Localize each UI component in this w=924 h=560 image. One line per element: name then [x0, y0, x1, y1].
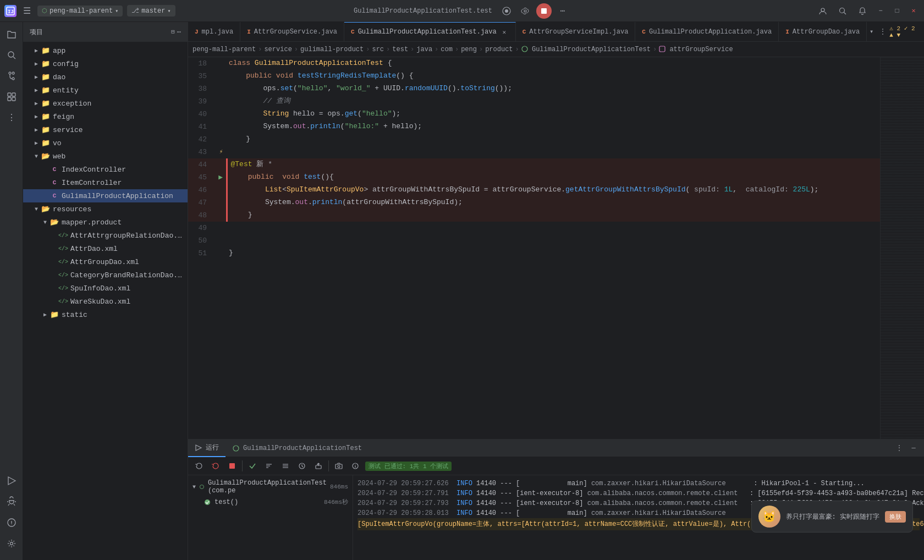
- breadcrumb-java[interactable]: java: [416, 46, 432, 53]
- breadcrumb-src[interactable]: src: [372, 46, 384, 53]
- breadcrumb-attr-group-service[interactable]: attrGroupService: [659, 46, 733, 53]
- arrow-icon: ▶: [32, 112, 41, 121]
- sidebar-item-app[interactable]: ▶ 📁 app: [23, 44, 188, 57]
- more-btn[interactable]: ⋯: [555, 3, 570, 19]
- activity-icon-folder[interactable]: [2, 24, 21, 44]
- clock-btn[interactable]: [295, 459, 309, 473]
- svg-rect-15: [12, 93, 15, 96]
- sidebar-item-web[interactable]: ▼ 📂 web: [23, 150, 188, 163]
- hamburger-menu[interactable]: ☰: [21, 3, 33, 19]
- tab-mpl-java[interactable]: J mpl.java: [188, 22, 240, 42]
- tab-split-btn[interactable]: ⋮: [878, 26, 888, 38]
- copilot-btn[interactable]: [499, 3, 514, 19]
- breadcrumb-sep: ›: [366, 46, 370, 53]
- activity-icon-more[interactable]: ⋮: [2, 108, 21, 128]
- sidebar-item-dao[interactable]: ▶ 📁 dao: [23, 70, 188, 84]
- sidebar-item-mapper-product[interactable]: ▼ 📂 mapper.product: [23, 216, 188, 229]
- folder-icon: 📁: [41, 98, 51, 108]
- bottom-action-more[interactable]: ⋮: [893, 442, 905, 454]
- rerun-failed-btn[interactable]: [209, 459, 222, 473]
- tab-attr-group-service[interactable]: I AttrGroupService.java: [240, 22, 344, 42]
- activity-icon-debug[interactable]: [2, 492, 21, 512]
- bottom-tab-run[interactable]: 运行: [188, 440, 226, 457]
- breadcrumb-com[interactable]: com: [441, 46, 453, 53]
- activity-bar-bottom: [2, 471, 21, 558]
- sidebar-item-category-brand-relation-dao[interactable]: ▶ </> CategoryBrandRelationDao.xml: [23, 268, 188, 282]
- settings-btn[interactable]: [518, 3, 533, 19]
- project-selector[interactable]: ⬡ peng-mall-parent ▾: [37, 6, 123, 17]
- breadcrumb-gulimall-product[interactable]: gulimall-product: [300, 46, 364, 53]
- breadcrumb-gulimall-test-class[interactable]: GulimallProductApplicationTest: [521, 46, 651, 53]
- sidebar-item-feign[interactable]: ▶ 📁 feign: [23, 110, 188, 123]
- sidebar-item-ware-sku-dao[interactable]: ▶ </> WareSkuDao.xml: [23, 295, 188, 308]
- sort-btn[interactable]: [262, 459, 276, 473]
- stop-btn[interactable]: [536, 3, 552, 19]
- sort2-btn[interactable]: [279, 459, 292, 473]
- close-btn[interactable]: ✕: [908, 5, 920, 17]
- svg-point-3: [505, 9, 508, 13]
- test-root-item[interactable]: ▼ GulimallProductApplicationTest (com.pe…: [188, 477, 353, 496]
- bottom-tab-test-label[interactable]: GulimallProductApplicationTest: [226, 440, 369, 457]
- sidebar-item-index-controller[interactable]: ▶ C IndexController: [23, 163, 188, 176]
- item-label: resources: [53, 205, 91, 213]
- java-file-icon: C: [50, 164, 59, 174]
- info-btn[interactable]: [349, 459, 362, 473]
- line-gutter: ⚡: [216, 146, 227, 158]
- sidebar-item-config[interactable]: ▶ 📁 config: [23, 57, 188, 70]
- branch-selector[interactable]: ⎇ master ▾: [127, 5, 175, 17]
- breadcrumb-product[interactable]: product: [485, 46, 513, 53]
- stop-test-btn[interactable]: [226, 459, 239, 473]
- tab-gulimall-product-app[interactable]: C GulimallProductApplication.java: [635, 22, 779, 42]
- xml-file-icon: </>: [58, 257, 68, 267]
- test-method-item[interactable]: test() 846ms秒: [188, 496, 353, 508]
- tab-list-btn[interactable]: ▾: [867, 26, 876, 38]
- activity-icon-search[interactable]: [2, 45, 21, 65]
- activity-icon-settings2[interactable]: [2, 534, 21, 553]
- sidebar-item-gulimall-product-app[interactable]: ▶ C GulimallProductApplication: [23, 189, 188, 202]
- breadcrumb-peng[interactable]: peng: [461, 46, 477, 53]
- minimize-btn[interactable]: −: [875, 5, 887, 17]
- sidebar-more-btn[interactable]: ⋯: [177, 28, 181, 36]
- activity-icon-run[interactable]: [2, 471, 21, 491]
- sidebar-item-vo[interactable]: ▶ 📁 vo: [23, 136, 188, 150]
- activity-icon-notifications2[interactable]: [2, 513, 21, 532]
- sidebar-item-exception[interactable]: ▶ 📁 exception: [23, 97, 188, 110]
- ad-change-skin-btn[interactable]: 换肤: [885, 511, 906, 523]
- rerun-btn[interactable]: [193, 459, 206, 473]
- sidebar-item-spu-info-dao[interactable]: ▶ </> SpuInfoDao.xml: [23, 282, 188, 295]
- tab-close-btn[interactable]: ✕: [500, 28, 509, 36]
- code-editor[interactable]: 18 class GulimallProductApplicationTest …: [188, 57, 880, 439]
- activity-icon-extensions[interactable]: [2, 87, 21, 107]
- folder-open-icon: 📂: [41, 204, 51, 214]
- user-btn[interactable]: [815, 3, 831, 19]
- search-btn[interactable]: [835, 3, 850, 19]
- arrow-icon: ▶: [32, 73, 41, 81]
- sidebar-item-attrattrgroup-relation-dao[interactable]: ▶ </> AttrAttrgroupRelationDao.xml: [23, 229, 188, 242]
- sidebar-item-static[interactable]: ▶ 📁 static: [23, 308, 188, 321]
- bottom-action-minimize[interactable]: ─: [908, 442, 920, 454]
- tab-attr-group-dao[interactable]: I AttrGroupDao.java: [779, 22, 867, 42]
- notifications-btn[interactable]: [855, 3, 870, 19]
- xml-file-icon: </>: [58, 283, 68, 293]
- camera-btn[interactable]: [332, 459, 345, 473]
- breadcrumb-test[interactable]: test: [392, 46, 408, 53]
- breadcrumb-service[interactable]: service: [264, 46, 292, 53]
- activity-icon-git[interactable]: [2, 66, 21, 86]
- tab-label: mpl.java: [202, 28, 234, 36]
- line-number: 51: [188, 247, 216, 260]
- sidebar-item-attr-dao[interactable]: ▶ </> AttrDao.xml: [23, 242, 188, 255]
- tab-attr-group-service-impl[interactable]: C AttrGroupServiceImpl.java: [516, 22, 636, 42]
- sidebar-item-entity[interactable]: ▶ 📁 entity: [23, 84, 188, 97]
- breadcrumb-peng-mall-parent[interactable]: peng-mall-parent: [193, 46, 256, 53]
- sidebar-item-attr-group-dao[interactable]: ▶ </> AttrGroupDao.xml: [23, 255, 188, 268]
- sidebar-collapse-btn[interactable]: ⊟: [171, 28, 175, 36]
- svg-marker-23: [196, 445, 201, 451]
- sidebar-item-service[interactable]: ▶ 📁 service: [23, 123, 188, 136]
- tab-gulimall-test[interactable]: C GulimallProductApplicationTest.java ✕: [344, 22, 516, 42]
- maximize-btn[interactable]: □: [891, 5, 903, 17]
- export-btn[interactable]: [312, 459, 325, 473]
- sidebar-item-resources[interactable]: ▼ 📂 resources: [23, 202, 188, 216]
- check-btn[interactable]: [246, 459, 259, 473]
- app-logo: IJ: [4, 5, 16, 17]
- sidebar-item-item-controller[interactable]: ▶ C ItemController: [23, 176, 188, 189]
